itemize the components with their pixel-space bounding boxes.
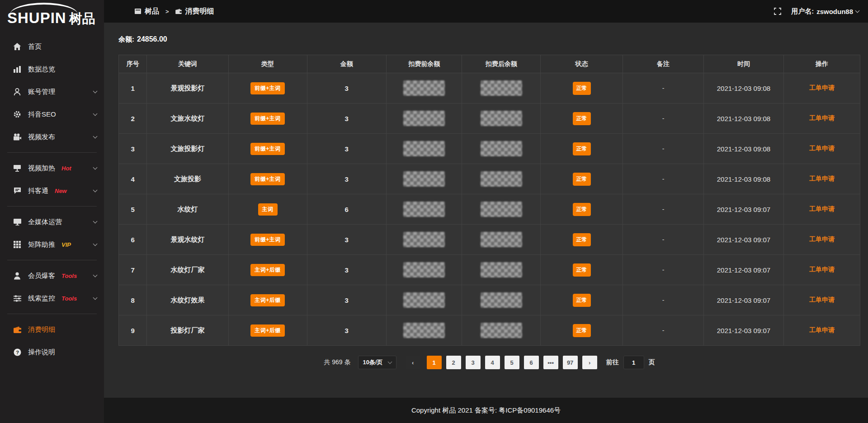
status-cell: 正常 [541, 225, 623, 255]
prev-page-button[interactable]: ‹ [406, 356, 420, 369]
goto-page: 前往 页 [606, 356, 655, 369]
row-index-cell: 7 [119, 255, 147, 285]
work-order-link[interactable]: 工单申请 [809, 114, 835, 122]
balance-before-cell [387, 103, 462, 134]
sidebar-item-instructions[interactable]: ? 操作说明 [0, 341, 104, 363]
page-number-button[interactable]: 2 [446, 356, 461, 369]
sidebar-item-douyin-seo[interactable]: 抖音SEO [0, 103, 104, 126]
censored-value [481, 171, 522, 187]
work-order-link[interactable]: 工单申请 [809, 84, 835, 91]
sidebar-item-consumption-details[interactable]: 消费明细 [0, 318, 104, 341]
page-number-button[interactable]: 5 [505, 356, 519, 369]
svg-text:?: ? [16, 349, 19, 355]
time-cell: 2021-12-03 09:07 [703, 255, 783, 285]
chevron-down-icon [94, 136, 97, 138]
user-icon [13, 88, 22, 96]
page-number-button[interactable]: 97 [563, 356, 578, 369]
work-order-link[interactable]: 工单申请 [809, 175, 835, 182]
grid-icon [13, 240, 22, 249]
status-cell: 正常 [541, 285, 623, 315]
censored-value [481, 141, 522, 156]
sidebar-item-douketong[interactable]: 抖客通 New [0, 179, 104, 202]
table-row: 2文旅水纹灯前缀+主词3正常-2021-12-03 09:08工单申请 [119, 103, 860, 134]
goto-page-input[interactable] [623, 356, 644, 369]
censored-value [403, 232, 445, 247]
balance-after-cell [462, 73, 541, 103]
sidebar-item-home[interactable]: 首页 [0, 35, 104, 58]
sidebar-item-video-publish[interactable]: 视频发布 [0, 126, 104, 148]
hot-badge: Hot [61, 165, 71, 172]
sidebar-item-matrix-boost[interactable]: 矩阵助推 VIP [0, 233, 104, 256]
sidebar-divider [7, 260, 97, 260]
censored-value [403, 262, 445, 277]
balance-after-cell [462, 134, 541, 164]
amount-cell: 3 [307, 164, 386, 194]
status-badge: 正常 [573, 324, 591, 337]
status-cell: 正常 [541, 315, 623, 346]
sidebar-item-video-heating[interactable]: 视频加热 Hot [0, 157, 104, 179]
table-row: 8水纹灯效果主词+后缀3正常-2021-12-03 09:07工单申请 [119, 285, 860, 315]
bar-chart-icon [13, 65, 22, 73]
amount-cell: 3 [307, 134, 386, 164]
sidebar-item-all-media-operation[interactable]: 全媒体运营 [0, 211, 104, 233]
chevron-down-icon [94, 114, 97, 115]
type-cell: 前缀+主词 [228, 164, 307, 194]
balance-before-cell [387, 255, 462, 285]
type-badge: 前缀+主词 [250, 234, 285, 246]
breadcrumb-home[interactable]: 树品 [145, 7, 159, 16]
topbar: 树品 > 消费明细 用户名: zswodun88 [104, 0, 868, 23]
work-order-link[interactable]: 工单申请 [809, 205, 835, 212]
home-icon [13, 42, 22, 51]
balance-before-cell [387, 225, 462, 255]
page-number-button[interactable]: 4 [485, 356, 500, 369]
keyword-cell: 景观投影灯 [147, 73, 228, 103]
censored-value [481, 80, 522, 96]
row-index-cell: 9 [119, 315, 147, 346]
table-header-row: 序号关键词类型金额扣费前余额扣费后余额状态备注时间操作 [119, 55, 860, 73]
sidebar-item-lead-monitoring[interactable]: 线索监控 Tools [0, 287, 104, 310]
page-ellipsis-button[interactable]: ••• [543, 356, 558, 369]
page-number-button[interactable]: 1 [427, 356, 442, 369]
status-badge: 正常 [573, 294, 591, 307]
work-order-link[interactable]: 工单申请 [809, 235, 835, 243]
page-number-button[interactable]: 3 [466, 356, 481, 369]
censored-value [403, 323, 445, 338]
table-header: 序号关键词类型金额扣费前余额扣费后余额状态备注时间操作 [119, 55, 860, 73]
page-number-button[interactable]: 6 [524, 356, 539, 369]
censored-value [481, 232, 522, 247]
time-cell: 2021-12-03 09:08 [703, 73, 783, 103]
balance-after-cell [462, 285, 541, 315]
type-badge: 主词+后缀 [250, 324, 285, 337]
sidebar-item-label: 视频加热 [28, 164, 55, 173]
user-menu[interactable]: 用户名: zswodun88 [791, 7, 859, 16]
row-index-cell: 5 [119, 194, 147, 225]
next-page-button[interactable]: › [582, 356, 597, 369]
tools-badge: Tools [61, 295, 77, 302]
type-cell: 主词+后缀 [228, 315, 307, 346]
sidebar-item-member-burst[interactable]: 会员爆客 Tools [0, 264, 104, 287]
time-cell: 2021-12-03 09:08 [703, 103, 783, 134]
table-body: 1景观投影灯前缀+主词3正常-2021-12-03 09:08工单申请2文旅水纹… [119, 73, 860, 346]
work-order-link[interactable]: 工单申请 [809, 326, 835, 334]
sidebar-item-account-management[interactable]: 账号管理 [0, 80, 104, 103]
breadcrumb: 树品 > 消费明细 [135, 7, 214, 16]
balance-after-cell [462, 255, 541, 285]
type-cell: 主词+后缀 [228, 285, 307, 315]
censored-value [403, 111, 445, 126]
sidebar-item-label: 全媒体运营 [28, 218, 62, 226]
censored-value [403, 141, 445, 156]
balance-value: 24856.00 [137, 35, 167, 43]
work-order-link[interactable]: 工单申请 [809, 296, 835, 303]
fullscreen-icon[interactable] [774, 8, 781, 15]
sidebar-divider [7, 314, 97, 314]
work-order-link[interactable]: 工单申请 [809, 145, 835, 152]
remark-cell: - [623, 285, 704, 315]
status-badge: 正常 [573, 203, 591, 216]
status-cell: 正常 [541, 103, 623, 134]
amount-cell: 3 [307, 255, 386, 285]
work-order-link[interactable]: 工单申请 [809, 266, 835, 273]
page-size-select[interactable]: 10条/页 [358, 356, 396, 369]
sidebar-item-data-overview[interactable]: 数据总览 [0, 58, 104, 80]
balance-before-cell [387, 164, 462, 194]
topbar-right: 用户名: zswodun88 [774, 7, 859, 16]
